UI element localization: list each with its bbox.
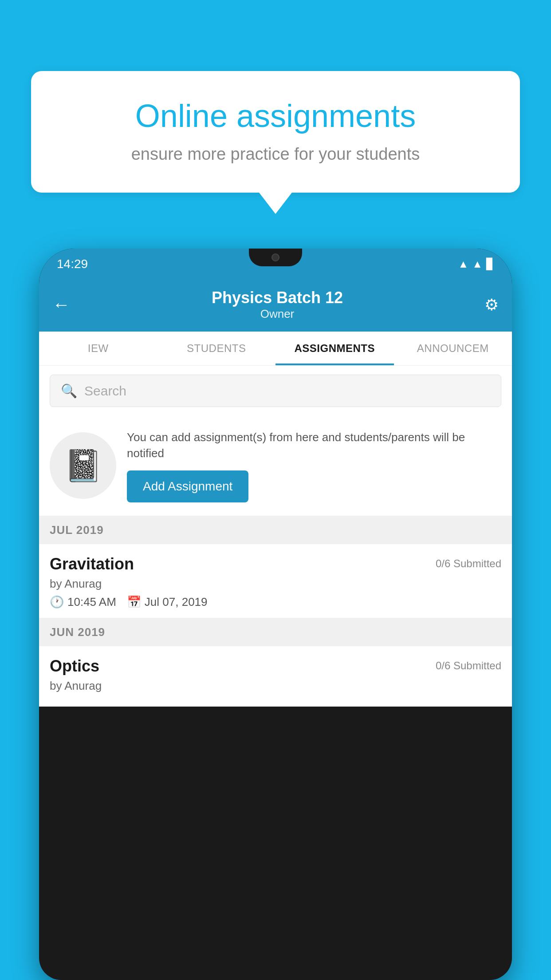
search-placeholder: Search [84, 383, 126, 399]
section-label-jun: JUN 2019 [50, 625, 105, 639]
assignment-title-gravitation: Gravitation [50, 555, 134, 573]
assignment-item-gravitation[interactable]: Gravitation 0/6 Submitted by Anurag 🕐 10… [39, 544, 512, 618]
assignment-meta-gravitation: 🕐 10:45 AM 📅 Jul 07, 2019 [50, 595, 501, 609]
phone-time: 14:29 [57, 257, 88, 271]
back-button[interactable]: ← [52, 295, 70, 315]
speech-bubble-title: Online assignments [62, 98, 489, 134]
speech-bubble: Online assignments ensure more practice … [31, 71, 520, 193]
section-label-jul: JUL 2019 [50, 523, 104, 537]
speech-bubble-subtitle: ensure more practice for your students [62, 145, 489, 164]
tabs-bar: IEW STUDENTS ASSIGNMENTS ANNOUNCEM [39, 332, 512, 366]
assignment-date-gravitation: Jul 07, 2019 [145, 595, 208, 609]
assignment-top-gravitation: Gravitation 0/6 Submitted [50, 555, 501, 573]
phone-mockup: 14:29 ▲ ▲ ▊ ← Physics Batch 12 Owner ⚙ I… [39, 249, 512, 980]
signal-icon: ▲ [472, 258, 483, 270]
assignment-submitted-optics: 0/6 Submitted [436, 657, 501, 672]
assignment-title-optics: Optics [50, 657, 99, 676]
tab-students[interactable]: STUDENTS [157, 332, 276, 365]
promo-text: You can add assignment(s) from here and … [127, 429, 501, 462]
status-bar: 14:29 ▲ ▲ ▊ [39, 249, 512, 280]
status-icons: ▲ ▲ ▊ [458, 258, 494, 270]
speech-bubble-container: Online assignments ensure more practice … [31, 71, 520, 193]
meta-date-gravitation: 📅 Jul 07, 2019 [127, 595, 208, 609]
notebook-icon: 📓 [64, 447, 102, 484]
section-header-jul: JUL 2019 [39, 516, 512, 544]
add-assignment-button[interactable]: Add Assignment [127, 470, 248, 502]
meta-time-gravitation: 🕐 10:45 AM [50, 595, 116, 609]
phone-camera [272, 253, 279, 261]
tab-announcements[interactable]: ANNOUNCEM [394, 332, 512, 365]
assignment-top-optics: Optics 0/6 Submitted [50, 657, 501, 676]
assignment-by-gravitation: by Anurag [50, 577, 501, 591]
section-header-jun: JUN 2019 [39, 618, 512, 646]
wifi-icon: ▲ [458, 258, 468, 270]
tab-iew[interactable]: IEW [39, 332, 157, 365]
search-bar[interactable]: 🔍 Search [50, 375, 501, 407]
app-header: ← Physics Batch 12 Owner ⚙ [39, 280, 512, 332]
header-title-area: Physics Batch 12 Owner [212, 288, 343, 321]
assignment-item-optics[interactable]: Optics 0/6 Submitted by Anurag [39, 646, 512, 707]
assignment-submitted-gravitation: 0/6 Submitted [436, 555, 501, 570]
calendar-icon: 📅 [127, 595, 141, 609]
clock-icon: 🕐 [50, 595, 64, 609]
promo-icon-circle: 📓 [50, 432, 116, 499]
settings-icon[interactable]: ⚙ [484, 296, 499, 314]
tab-assignments[interactable]: ASSIGNMENTS [276, 332, 394, 365]
header-title: Physics Batch 12 [212, 288, 343, 307]
assignment-promo: 📓 You can add assignment(s) from here an… [39, 416, 512, 516]
battery-icon: ▊ [486, 258, 494, 270]
assignment-time-gravitation: 10:45 AM [67, 595, 116, 609]
phone-notch [249, 249, 302, 266]
search-icon: 🔍 [61, 383, 77, 399]
assignment-by-optics: by Anurag [50, 679, 501, 693]
promo-right: You can add assignment(s) from here and … [127, 429, 501, 502]
search-bar-container: 🔍 Search [39, 366, 512, 416]
header-subtitle: Owner [212, 307, 343, 321]
phone-content: 🔍 Search 📓 You can add assignment(s) fro… [39, 366, 512, 707]
